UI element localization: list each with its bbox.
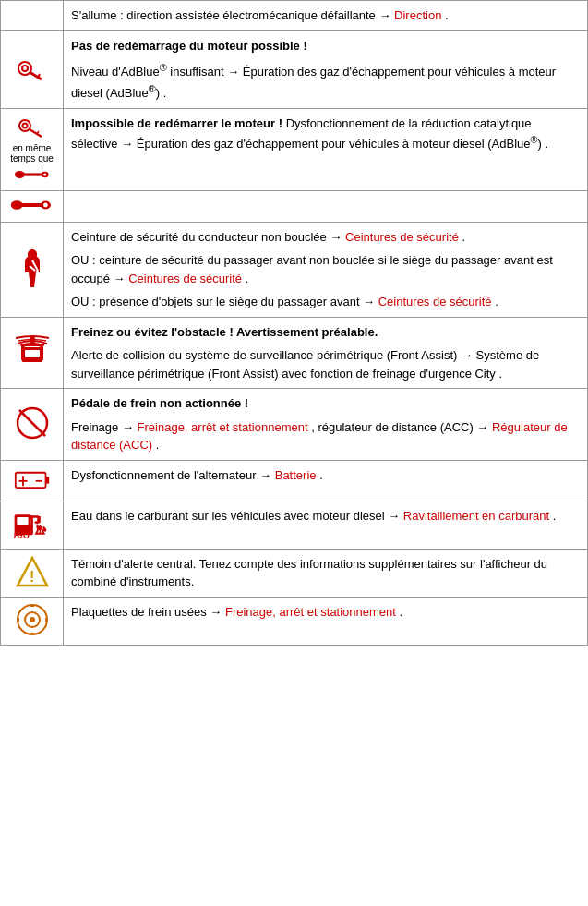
text-cell-impossible: Impossible de redémarrer le moteur ! Dys… bbox=[64, 108, 588, 190]
no-brake-icon bbox=[16, 406, 49, 440]
row-warning: ! Témoin d'alerte central. Tenez compte … bbox=[1, 549, 588, 597]
svg-text:H₂O: H₂O bbox=[13, 530, 29, 539]
svg-rect-27 bbox=[22, 359, 28, 362]
svg-point-19 bbox=[28, 249, 37, 259]
row-direction: S'allume : direction assistée électroméc… bbox=[1, 1, 588, 31]
svg-point-4 bbox=[19, 120, 30, 131]
svg-rect-42 bbox=[17, 517, 28, 525]
text-impossible: Impossible de redémarrer le moteur ! Dys… bbox=[71, 115, 580, 153]
text-warning: Témoin d'alerte central. Tenez compte de… bbox=[71, 555, 580, 591]
svg-rect-51 bbox=[18, 618, 19, 622]
text-seatbelt-2: OU : ceinture de sécurité du passager av… bbox=[71, 251, 580, 287]
row-spanner bbox=[1, 190, 588, 222]
text-water-fuel: Eau dans le carburant sur les véhicules … bbox=[71, 507, 580, 525]
text-adblue-1: Pas de redémarrage du moteur possible ! bbox=[71, 37, 580, 55]
spanner-icon-small bbox=[14, 165, 51, 184]
text-cell-spanner bbox=[64, 190, 588, 222]
text-seatbelt-1: Ceinture de sécurité du conducteur non b… bbox=[71, 228, 580, 247]
svg-rect-26 bbox=[25, 350, 40, 357]
svg-rect-52 bbox=[45, 618, 47, 622]
svg-rect-50 bbox=[30, 633, 34, 634]
text-brake-pads: Plaquettes de frein usées → Freinage, ar… bbox=[71, 603, 580, 622]
text-spanner-empty bbox=[71, 197, 580, 215]
text-collision-1: Freinez ou évitez l'obstacle ! Avertisse… bbox=[71, 323, 580, 342]
front-assist-icon bbox=[12, 334, 53, 368]
battery-icon bbox=[14, 466, 51, 492]
text-cell-adblue: Pas de redémarrage du moteur possible ! … bbox=[64, 30, 588, 108]
en-meme-temps-label: en mêmetemps que bbox=[3, 143, 61, 163]
warning-triangle-icon: ! bbox=[16, 556, 49, 587]
text-cell-alternator: Dysfonctionnement de l'alternateur → Bat… bbox=[64, 460, 588, 501]
svg-point-5 bbox=[22, 123, 27, 127]
icon-cell-spanner bbox=[1, 190, 64, 222]
icon-cell-alternator bbox=[1, 460, 64, 501]
svg-rect-13 bbox=[17, 203, 43, 207]
svg-point-1 bbox=[22, 66, 28, 71]
icon-cell-brake-pads bbox=[1, 597, 64, 645]
text-cell-brake-pads: Plaquettes de frein usées → Freinage, ar… bbox=[64, 597, 588, 645]
svg-rect-49 bbox=[30, 605, 34, 607]
text-cell-warning: Témoin d'alerte central. Tenez compte de… bbox=[64, 549, 588, 597]
water-fuel-icon: ⚠ H₂O bbox=[12, 507, 53, 540]
spanner-icon bbox=[10, 197, 54, 213]
key-wrench-icon bbox=[14, 52, 51, 85]
row-collision: Freinez ou évitez l'obstacle ! Avertisse… bbox=[1, 317, 588, 389]
text-cell-seatbelt: Ceinture de sécurité du conducteur non b… bbox=[64, 222, 588, 317]
brake-pads-icon bbox=[16, 603, 49, 636]
text-brake-1: Pédale de frein non actionnée ! bbox=[71, 394, 580, 413]
icon-cell-direction bbox=[1, 1, 64, 31]
text-alternator: Dysfonctionnement de l'alternateur → Bat… bbox=[71, 466, 580, 485]
text-seatbelt-3: OU : présence d'objets sur le siège du p… bbox=[71, 293, 580, 311]
text-cell-brake: Pédale de frein non actionnée ! Freinage… bbox=[64, 389, 588, 461]
text-cell-direction: S'allume : direction assistée électroméc… bbox=[64, 1, 588, 31]
row-adblue-restart: Pas de redémarrage du moteur possible ! … bbox=[1, 30, 588, 108]
key-icon-red bbox=[16, 113, 49, 139]
icon-cell-adblue bbox=[1, 30, 64, 108]
icon-cell-collision bbox=[1, 317, 64, 389]
svg-line-32 bbox=[19, 410, 45, 436]
icon-cell-seatbelt bbox=[1, 222, 64, 317]
row-alternator: Dysfonctionnement de l'alternateur → Bat… bbox=[1, 460, 588, 501]
svg-rect-28 bbox=[37, 359, 42, 362]
icon-cell-impossible: en mêmetemps que bbox=[1, 108, 64, 190]
icon-cell-warning: ! bbox=[1, 549, 64, 597]
svg-point-48 bbox=[30, 617, 35, 622]
svg-point-11 bbox=[43, 173, 46, 175]
text-cell-collision: Freinez ou évitez l'obstacle ! Avertisse… bbox=[64, 317, 588, 389]
row-impossible-restart: en mêmetemps que Impossible de redémarre… bbox=[1, 108, 588, 190]
icon-cell-water-fuel: ⚠ H₂O bbox=[1, 501, 64, 549]
svg-point-15 bbox=[43, 202, 48, 207]
svg-line-6 bbox=[30, 129, 42, 137]
svg-rect-33 bbox=[15, 472, 45, 487]
icon-cell-brake bbox=[1, 389, 64, 461]
text-adblue-2: Niveau d'AdBlue® insuffisant → Épuration… bbox=[71, 60, 580, 103]
text-cell-water-fuel: Eau dans le carburant sur les véhicules … bbox=[64, 501, 588, 549]
svg-rect-34 bbox=[45, 477, 49, 483]
row-seatbelt: Ceinture de sécurité du conducteur non b… bbox=[1, 222, 588, 317]
svg-rect-9 bbox=[19, 173, 42, 175]
seatbelt-icon bbox=[18, 248, 47, 287]
text-collision-2: Alerte de collision du système de survei… bbox=[71, 346, 580, 382]
text-brake-2: Freinage → Freinage, arrêt et stationnem… bbox=[71, 418, 580, 454]
row-brake: Pédale de frein non actionnée ! Freinage… bbox=[1, 389, 588, 461]
text-direction: S'allume : direction assistée électroméc… bbox=[71, 6, 580, 25]
row-water-fuel: ⚠ H₂O Eau dans le carburant sur les véhi… bbox=[1, 501, 588, 549]
row-brake-pads: Plaquettes de frein usées → Freinage, ar… bbox=[1, 597, 588, 645]
svg-text:!: ! bbox=[30, 569, 34, 585]
